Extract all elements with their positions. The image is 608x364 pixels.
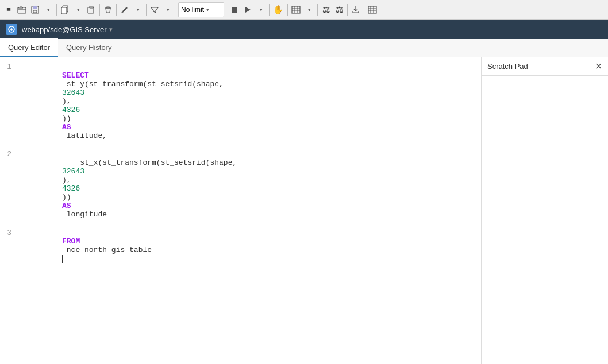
keyword-as-1: AS bbox=[62, 123, 71, 131]
download-btn[interactable] bbox=[349, 2, 362, 17]
svg-rect-2 bbox=[33, 6, 37, 9]
code-text-3a: nce_north_gis_table bbox=[62, 246, 152, 254]
svg-rect-7 bbox=[90, 6, 93, 8]
sep2 bbox=[99, 4, 100, 16]
code-editor[interactable]: 1 SELECT st_y(st_transform(st_setsrid(sh… bbox=[0, 57, 481, 364]
filter-btn[interactable] bbox=[148, 2, 161, 17]
code-text-2c: )) bbox=[62, 193, 75, 202]
num-32643-1: 32643 bbox=[62, 88, 84, 97]
svg-rect-11 bbox=[368, 6, 376, 13]
line-num-3: 3 bbox=[0, 229, 17, 237]
no-limit-select[interactable]: No limit ▾ bbox=[178, 2, 224, 17]
sep1 bbox=[56, 4, 57, 16]
graph2-btn[interactable]: ⚖ bbox=[333, 2, 345, 17]
editor-tabs: Query Editor Query History bbox=[0, 39, 608, 57]
scratch-pad-header: Scratch Pad ✕ bbox=[482, 57, 608, 76]
delete-btn[interactable] bbox=[102, 2, 114, 17]
main-layout: 1 SELECT st_y(st_transform(st_setsrid(sh… bbox=[0, 57, 608, 364]
graph-btn[interactable]: ⚖ bbox=[320, 2, 332, 17]
copy-dropdown-btn[interactable]: ▾ bbox=[72, 2, 84, 17]
code-line-2: 2 st_x(st_transform(st_setsrid(shape, 32… bbox=[0, 149, 481, 228]
copy-sql-btn[interactable] bbox=[59, 2, 71, 17]
code-text-1d: latitude, bbox=[62, 131, 107, 140]
sep8 bbox=[287, 4, 288, 16]
more-options-btn[interactable] bbox=[366, 2, 379, 17]
table-dropdown-btn[interactable]: ▾ bbox=[303, 2, 315, 17]
text-cursor bbox=[62, 255, 63, 263]
sep5 bbox=[176, 4, 176, 16]
sep3 bbox=[116, 4, 117, 16]
edit-btn[interactable] bbox=[118, 2, 131, 17]
titlebar-chevron[interactable]: ▾ bbox=[109, 26, 113, 33]
no-limit-chevron: ▾ bbox=[206, 7, 209, 13]
code-text-1b: ), bbox=[62, 97, 75, 106]
line-content-2: st_x(st_transform(st_setsrid(shape, 3264… bbox=[17, 150, 481, 227]
svg-marker-9 bbox=[245, 7, 251, 13]
sep10 bbox=[347, 4, 348, 16]
keyword-as-2: AS bbox=[62, 202, 71, 210]
run-btn[interactable] bbox=[241, 2, 254, 17]
num-4326-2: 4326 bbox=[62, 184, 80, 193]
code-line-3: 3 FROM nce_north_gis_table bbox=[0, 228, 481, 272]
code-text-2b: ), bbox=[62, 176, 75, 184]
code-text-2a: st_x(st_transform(st_setsrid(shape, bbox=[62, 158, 241, 167]
filter-dropdown-btn[interactable]: ▾ bbox=[161, 2, 174, 17]
save-dropdown-btn[interactable]: ▾ bbox=[42, 2, 55, 17]
run-dropdown-btn[interactable]: ▾ bbox=[255, 2, 267, 17]
paste-btn[interactable] bbox=[85, 2, 98, 17]
num-32643-2: 32643 bbox=[62, 167, 84, 176]
stop-btn[interactable] bbox=[228, 2, 241, 17]
open-btn[interactable] bbox=[16, 2, 28, 17]
keyword-select: SELECT bbox=[62, 71, 89, 80]
editor-area: 1 SELECT st_y(st_transform(st_setsrid(sh… bbox=[0, 57, 482, 364]
scratch-pad: Scratch Pad ✕ bbox=[482, 57, 608, 364]
code-text-1c: )) bbox=[62, 114, 75, 123]
sep4 bbox=[146, 4, 147, 16]
app-icon bbox=[6, 24, 17, 35]
scratch-pad-title: Scratch Pad bbox=[487, 62, 528, 71]
tab-query-history[interactable]: Query History bbox=[58, 38, 120, 57]
hand-btn[interactable]: ✋ bbox=[271, 2, 286, 17]
table-view-btn[interactable] bbox=[290, 2, 302, 17]
svg-rect-8 bbox=[232, 7, 237, 13]
scratch-pad-close-btn[interactable]: ✕ bbox=[595, 61, 602, 72]
line-num-1: 1 bbox=[0, 63, 17, 71]
code-text-1a: st_y(st_transform(st_setsrid(shape, bbox=[62, 80, 228, 88]
svg-rect-5 bbox=[61, 7, 67, 14]
svg-rect-10 bbox=[292, 6, 300, 13]
code-text-2d: longitude bbox=[62, 210, 107, 219]
no-limit-label: No limit bbox=[181, 6, 204, 14]
svg-rect-3 bbox=[33, 10, 37, 13]
sep6 bbox=[226, 4, 226, 16]
titlebar-text: webapp/sde@GIS Server bbox=[22, 25, 107, 34]
num-4326-1: 4326 bbox=[62, 106, 80, 114]
main-toolbar: ≡ ▾ ▾ bbox=[0, 0, 608, 20]
sep11 bbox=[364, 4, 364, 16]
titlebar: webapp/sde@GIS Server ▾ bbox=[0, 20, 608, 39]
line-content-1: SELECT st_y(st_transform(st_setsrid(shap… bbox=[17, 63, 481, 149]
keyword-from: FROM bbox=[62, 237, 80, 246]
edit-dropdown-btn[interactable]: ▾ bbox=[132, 2, 144, 17]
save-btn[interactable] bbox=[29, 2, 41, 17]
object-explorer-btn[interactable]: ≡ bbox=[2, 2, 15, 17]
line-num-2: 2 bbox=[0, 150, 17, 158]
sep9 bbox=[317, 4, 318, 16]
line-content-3: FROM nce_north_gis_table bbox=[17, 229, 481, 272]
sep7 bbox=[269, 4, 270, 16]
tab-query-editor[interactable]: Query Editor bbox=[0, 38, 58, 57]
code-line-1: 1 SELECT st_y(st_transform(st_setsrid(sh… bbox=[0, 62, 481, 149]
